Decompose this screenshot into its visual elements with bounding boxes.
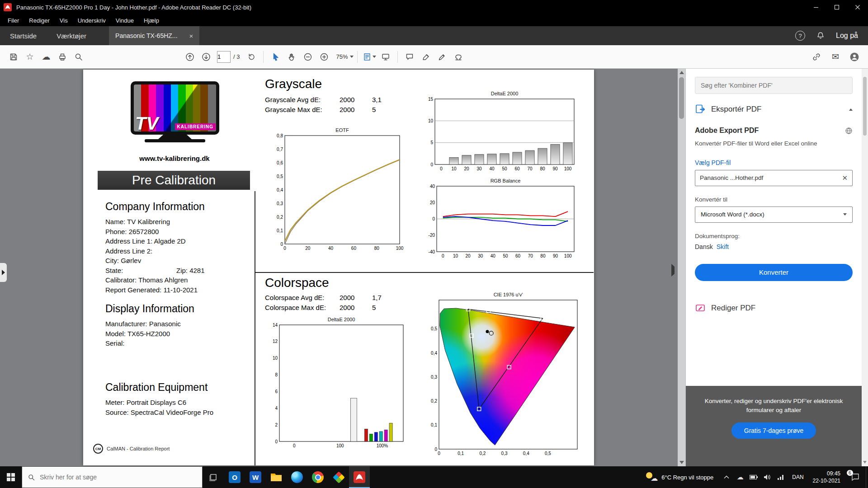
tab-bar: Startside Værktøjer Panasonic TX-65HZ...… <box>0 26 868 45</box>
task-view-button[interactable] <box>203 466 224 488</box>
zoom-out-button[interactable] <box>300 49 316 65</box>
network-icon[interactable] <box>774 466 788 488</box>
company-state-zip: State:Zip: 4281 <box>105 266 205 276</box>
tools-search-input[interactable] <box>695 77 853 94</box>
volume-icon[interactable] <box>760 466 774 488</box>
action-center-button[interactable]: 6 <box>845 466 866 488</box>
taskbar-app-chrome[interactable] <box>307 466 328 488</box>
comment-button[interactable] <box>401 49 418 65</box>
eotf-chart: EOTF00,10,20,30,40,50,60,70,802040608010… <box>266 125 406 256</box>
presentation-mode-button[interactable] <box>377 49 394 65</box>
tab-document[interactable]: Panasonic TX-65HZ... × <box>109 26 199 45</box>
toolbar-right: ✉ <box>808 49 863 65</box>
document-area: TV KALIBRERING www.tv-kalibrering.dk Pre… <box>0 69 685 466</box>
pdf-page: TV KALIBRERING www.tv-kalibrering.dk Pre… <box>83 70 594 465</box>
rotate-view-button[interactable] <box>243 49 259 65</box>
menu-vis[interactable]: Vis <box>55 14 73 26</box>
svg-text:0,5: 0,5 <box>545 451 551 456</box>
favorite-star-button[interactable]: ☆ <box>22 49 38 65</box>
cie-svg: CIE 1976 u'v'00,10,20,30,40,500,10,20,30… <box>424 292 582 460</box>
weather-icon: ☁ <box>646 472 658 482</box>
share-link-button[interactable] <box>808 49 825 65</box>
chevron-up-icon[interactable] <box>849 108 853 111</box>
zoom-chevron-down-icon[interactable] <box>350 56 354 58</box>
svg-text:12: 12 <box>273 339 278 344</box>
notification-count-badge: 6 <box>847 470 853 476</box>
zoom-level-value[interactable]: 75% <box>336 53 348 60</box>
scrollbar-thumb[interactable] <box>679 77 684 119</box>
tab-vaerktojer[interactable]: Værktøjer <box>47 26 96 45</box>
taskbar-app-outlook[interactable]: O <box>224 466 245 488</box>
taskbar-app-word[interactable]: W <box>245 466 266 488</box>
start-button[interactable] <box>0 466 22 488</box>
diamond-app-icon <box>333 471 345 483</box>
taskbar-app-explorer[interactable] <box>266 466 287 488</box>
page-display-dropdown[interactable] <box>361 49 377 65</box>
format-select[interactable]: Microsoft Word (*.docx) <box>695 206 853 223</box>
find-button[interactable] <box>71 49 87 65</box>
minimize-button[interactable] <box>806 0 826 14</box>
taskbar-search[interactable] <box>22 466 203 488</box>
menu-vindue[interactable]: Vindue <box>111 14 139 26</box>
taskbar-clock[interactable]: 09:45 22-10-2021 <box>808 470 845 484</box>
save-button[interactable] <box>5 49 22 65</box>
close-button[interactable] <box>847 0 868 14</box>
clear-file-icon[interactable]: ✕ <box>842 174 848 182</box>
login-button[interactable]: Log på <box>836 32 858 40</box>
keyboard-language[interactable]: DAN <box>788 474 808 480</box>
show-desktop-button[interactable] <box>866 466 868 488</box>
grayscale-stats: Grayscale Avg dE: 2000 3,1 Grayscale Max… <box>265 96 382 116</box>
panel-scroll-down-icon[interactable] <box>863 461 867 464</box>
previous-page-button[interactable] <box>182 49 198 65</box>
maximize-button[interactable] <box>826 0 847 14</box>
edit-pdf-header[interactable]: Rediger PDF <box>695 303 853 314</box>
taskbar-app-acrobat[interactable] <box>349 466 370 488</box>
stamp-button[interactable] <box>450 49 467 65</box>
menu-filer[interactable]: Filer <box>3 14 24 26</box>
next-page-button[interactable] <box>198 49 214 65</box>
word-icon: W <box>250 471 261 483</box>
panel-scrollbar-thumb[interactable] <box>863 77 867 136</box>
send-email-button[interactable]: ✉ <box>827 49 844 65</box>
menu-hjaelp[interactable]: Hjælp <box>139 14 164 26</box>
bell-icon[interactable] <box>816 31 825 40</box>
select-tool-button[interactable] <box>267 49 283 65</box>
taskbar-weather[interactable]: ☁ 6°C Regn vil stoppe <box>640 472 720 482</box>
taskbar-search-input[interactable] <box>40 474 184 481</box>
change-language-link[interactable]: Skift <box>717 243 729 250</box>
tab-startside[interactable]: Startside <box>0 26 47 45</box>
panel-collapse-toggle[interactable] <box>671 267 675 274</box>
taskbar-app-diamond[interactable] <box>328 466 349 488</box>
page-number-input[interactable] <box>217 51 231 63</box>
scroll-up-icon[interactable] <box>679 71 684 74</box>
cloud-upload-button[interactable]: ☁ <box>38 49 54 65</box>
document-scrollbar[interactable] <box>678 69 685 466</box>
windows-logo-icon <box>7 473 15 481</box>
report-left-column: TV KALIBRERING www.tv-kalibrering.dk Pre… <box>83 70 255 465</box>
free-trial-button[interactable]: Gratis 7-dages prøve <box>731 422 816 439</box>
taskbar-app-edge[interactable] <box>287 466 307 488</box>
tray-expand-button[interactable] <box>720 466 733 488</box>
battery-icon[interactable] <box>747 466 760 488</box>
menu-rediger[interactable]: Rediger <box>24 14 55 26</box>
sign-pen-button[interactable] <box>434 49 450 65</box>
convert-button[interactable]: Konverter <box>695 264 853 281</box>
hand-tool-button[interactable] <box>283 49 300 65</box>
selected-file-field[interactable]: Panasonic ...Hother.pdf ✕ <box>695 170 853 186</box>
help-icon[interactable]: ? <box>795 31 805 41</box>
nav-pane-toggle[interactable] <box>0 263 7 282</box>
export-pdf-header[interactable]: Eksportér PDF <box>695 104 853 115</box>
account-button[interactable] <box>846 49 863 65</box>
svg-text:0,5: 0,5 <box>277 174 283 179</box>
onedrive-cloud-icon[interactable]: ☁ <box>733 466 747 488</box>
select-pdf-file-link[interactable]: Vælg PDF-fil <box>695 159 853 166</box>
highlight-button[interactable] <box>418 49 434 65</box>
zoom-in-button[interactable] <box>316 49 332 65</box>
menu-underskriv[interactable]: Underskriv <box>73 14 111 26</box>
scroll-down-icon[interactable] <box>679 461 684 464</box>
close-tab-icon[interactable]: × <box>189 32 193 40</box>
website-url: www.tv-kalibrering.dk <box>83 155 266 162</box>
print-button[interactable] <box>54 49 71 65</box>
chrome-icon <box>312 471 324 483</box>
panel-scrollbar[interactable] <box>862 69 868 466</box>
